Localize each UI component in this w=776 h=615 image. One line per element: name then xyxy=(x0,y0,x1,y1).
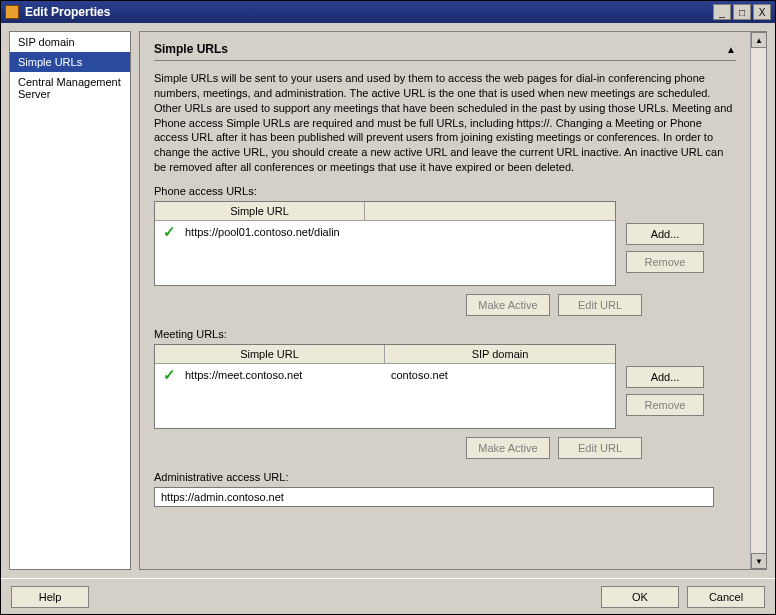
meeting-side-buttons: Add... Remove xyxy=(626,344,704,416)
phone-label: Phone access URLs: xyxy=(154,185,736,197)
meeting-table-head: Simple URL SIP domain xyxy=(155,345,615,364)
help-button[interactable]: Help xyxy=(11,586,89,608)
meeting-domain-cell: contoso.net xyxy=(385,367,611,383)
body: SIP domain Simple URLs Central Managemen… xyxy=(1,23,775,578)
content-panel: Simple URLs ▲ Simple URLs will be sent t… xyxy=(139,31,767,570)
titlebar: Edit Properties _ □ X xyxy=(1,1,775,23)
admin-label: Administrative access URL: xyxy=(154,471,736,483)
collapse-icon: ▲ xyxy=(726,44,736,55)
table-row[interactable]: ✓ https://meet.contoso.net contoso.net xyxy=(155,364,615,386)
section-header[interactable]: Simple URLs ▲ xyxy=(154,42,736,61)
phone-row-buttons: Make Active Edit URL xyxy=(154,286,736,322)
meeting-table[interactable]: Simple URL SIP domain ✓ https://meet.con… xyxy=(154,344,616,429)
phone-make-active-button: Make Active xyxy=(466,294,550,316)
minimize-button[interactable]: _ xyxy=(713,4,731,20)
phone-table-head: Simple URL xyxy=(155,202,615,221)
window-root: Edit Properties _ □ X SIP domain Simple … xyxy=(0,0,776,615)
admin-input-wrap xyxy=(154,487,736,507)
phone-side-buttons: Add... Remove xyxy=(626,201,704,273)
section-description: Simple URLs will be sent to your users a… xyxy=(154,71,736,175)
active-check-icon: ✓ xyxy=(159,223,179,241)
phone-remove-button: Remove xyxy=(626,251,704,273)
phone-edit-url-button: Edit URL xyxy=(558,294,642,316)
vertical-scrollbar[interactable]: ▲ ▼ xyxy=(750,32,766,569)
meeting-edit-url-button: Edit URL xyxy=(558,437,642,459)
phone-block: Simple URL ✓ https://pool01.contoso.net/… xyxy=(154,201,736,286)
app-icon xyxy=(5,5,19,19)
active-check-icon: ✓ xyxy=(159,366,179,384)
ok-button[interactable]: OK xyxy=(601,586,679,608)
nav-panel: SIP domain Simple URLs Central Managemen… xyxy=(9,31,131,570)
meeting-block: Simple URL SIP domain ✓ https://meet.con… xyxy=(154,344,736,429)
scroll-up-icon[interactable]: ▲ xyxy=(751,32,767,48)
meeting-col-sip-domain[interactable]: SIP domain xyxy=(385,345,615,363)
scroll-down-icon[interactable]: ▼ xyxy=(751,553,767,569)
phone-url-cell: https://pool01.contoso.net/dialin xyxy=(179,224,346,240)
window-title: Edit Properties xyxy=(25,5,713,19)
phone-col-simple-url[interactable]: Simple URL xyxy=(155,202,365,220)
phone-table[interactable]: Simple URL ✓ https://pool01.contoso.net/… xyxy=(154,201,616,286)
footer: Help OK Cancel xyxy=(1,578,775,614)
meeting-label: Meeting URLs: xyxy=(154,328,736,340)
maximize-button[interactable]: □ xyxy=(733,4,751,20)
close-button[interactable]: X xyxy=(753,4,771,20)
meeting-row-buttons: Make Active Edit URL xyxy=(154,429,736,465)
content-scroll: Simple URLs ▲ Simple URLs will be sent t… xyxy=(140,32,750,569)
meeting-col-simple-url[interactable]: Simple URL xyxy=(155,345,385,363)
nav-item-sip-domain[interactable]: SIP domain xyxy=(10,32,130,52)
admin-url-input[interactable] xyxy=(154,487,714,507)
meeting-remove-button: Remove xyxy=(626,394,704,416)
section-title: Simple URLs xyxy=(154,42,228,56)
meeting-table-body: ✓ https://meet.contoso.net contoso.net xyxy=(155,364,615,428)
meeting-make-active-button: Make Active xyxy=(466,437,550,459)
table-row[interactable]: ✓ https://pool01.contoso.net/dialin xyxy=(155,221,615,243)
cancel-button[interactable]: Cancel xyxy=(687,586,765,608)
phone-add-button[interactable]: Add... xyxy=(626,223,704,245)
nav-item-simple-urls[interactable]: Simple URLs xyxy=(10,52,130,72)
nav-item-cms[interactable]: Central Management Server xyxy=(10,72,130,104)
phone-col-empty[interactable] xyxy=(365,202,615,220)
meeting-add-button[interactable]: Add... xyxy=(626,366,704,388)
window-buttons: _ □ X xyxy=(713,4,771,20)
phone-table-body: ✓ https://pool01.contoso.net/dialin xyxy=(155,221,615,285)
meeting-url-cell: https://meet.contoso.net xyxy=(179,367,385,383)
